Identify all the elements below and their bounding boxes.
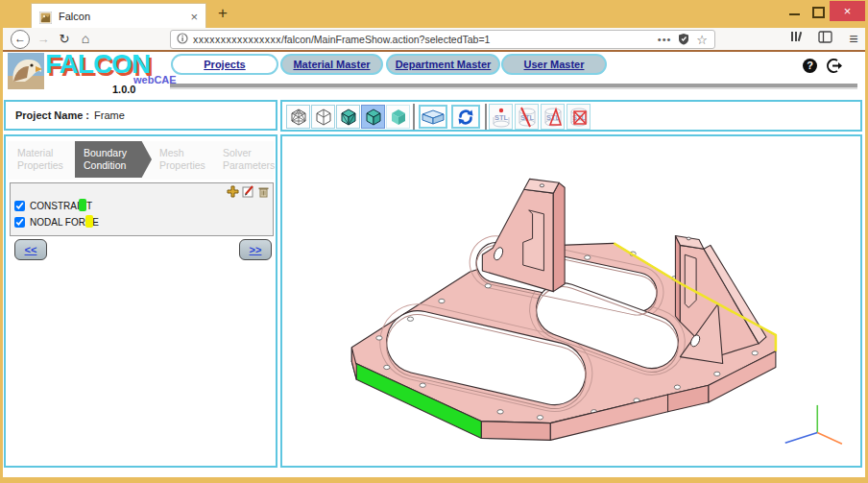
cad-model <box>282 136 860 466</box>
home-button[interactable]: ⌂ <box>78 28 93 50</box>
window-close-button[interactable]: × <box>830 1 865 21</box>
tab-boundary-condition[interactable]: Boundary Condition <box>75 141 152 178</box>
stl-option-2-button[interactable]: STL <box>515 104 539 130</box>
viewer-toolbar: STL STL STL STL <box>280 100 862 132</box>
list-item-constraint: CONSTRAINT <box>14 199 92 212</box>
tab-mesh-properties[interactable]: Mesh Properties <box>154 141 217 178</box>
window-minimize-button[interactable] <box>789 13 800 15</box>
model-viewport[interactable] <box>280 134 862 468</box>
sidebar-icon[interactable] <box>815 28 834 50</box>
constraint-checkbox[interactable] <box>14 201 25 211</box>
browser-tab[interactable]: Falcon × <box>31 3 206 29</box>
project-name-label: Project Name : <box>15 109 89 121</box>
stl-option-4-button[interactable]: STL <box>567 104 591 130</box>
axes-triad <box>785 405 842 444</box>
nodal-force-checkbox[interactable] <box>14 217 25 228</box>
site-info-icon[interactable] <box>177 33 188 46</box>
bookmark-star-icon[interactable]: ☆ <box>696 33 708 47</box>
refresh-view-button[interactable] <box>451 105 480 129</box>
view-shaded-button[interactable] <box>361 105 385 129</box>
window-maximize-button[interactable] <box>812 7 825 18</box>
tab-solver-parameters[interactable]: Solver Parameters <box>217 141 278 178</box>
nav-user-master-button[interactable]: User Master <box>501 54 607 75</box>
reload-button[interactable]: ↻ <box>57 28 72 50</box>
url-bar[interactable]: xxxxxxxxxxxxxxxx/falcon/MainFrameShow.ac… <box>170 30 715 49</box>
url-path: /falcon/MainFrameShow.action?selectedTab… <box>281 34 490 45</box>
list-item-nodal-force: NODAL FORCE <box>14 215 99 229</box>
edit-icon[interactable] <box>242 184 254 202</box>
app-version: 1.0.0 <box>112 84 135 95</box>
browser-window: Falcon × + × ← → ↻ ⌂ xxxxxxxxxxxxxxxx/fa… <box>0 0 868 483</box>
forward-button[interactable]: → <box>36 28 51 50</box>
nav-projects-button[interactable]: Projects <box>171 54 278 75</box>
browser-titlebar: Falcon × + × <box>3 0 865 28</box>
back-button[interactable]: ← <box>11 30 30 49</box>
stl-option-1-button[interactable]: STL <box>489 104 513 130</box>
tab-close-icon[interactable]: × <box>190 10 198 24</box>
help-button[interactable]: ? <box>803 59 817 73</box>
previous-step-button[interactable]: << <box>14 239 47 260</box>
next-step-button[interactable]: >> <box>239 239 272 260</box>
boundary-condition-list: CONSTRAINT NODAL FORCE <box>10 182 274 236</box>
view-shaded-edges-button[interactable] <box>336 105 360 129</box>
falcon-favicon-icon <box>39 11 52 23</box>
view-smooth-button[interactable] <box>386 105 410 129</box>
browser-toolbar: ← → ↻ ⌂ xxxxxxxxxxxxxxxx/falcon/MainFram… <box>3 28 865 51</box>
page-actions-icon[interactable]: ••• <box>658 34 672 45</box>
add-icon[interactable] <box>227 184 239 202</box>
tab-title: Falcon <box>59 11 190 22</box>
stl-option-3-button[interactable]: STL <box>541 104 565 130</box>
tab-material-properties[interactable]: Material Properties <box>12 141 75 178</box>
nodal-force-color-swatch <box>85 215 93 228</box>
left-gusset <box>482 179 565 291</box>
url-host: xxxxxxxxxxxxxxxx <box>193 34 281 45</box>
falcon-logo-image <box>8 53 44 89</box>
boundary-condition-panel: Material Properties Boundary Condition M… <box>4 134 277 468</box>
svg-text:STL: STL <box>494 113 508 122</box>
project-name-box: Project Name : Frame <box>4 100 277 131</box>
new-tab-button[interactable]: + <box>212 2 233 25</box>
protection-shield-icon[interactable] <box>678 33 689 47</box>
library-icon[interactable] <box>788 28 808 50</box>
fit-view-button[interactable] <box>419 105 447 129</box>
view-wire-mesh-button[interactable] <box>286 105 310 129</box>
logout-icon[interactable] <box>826 58 843 74</box>
right-gusset <box>675 235 766 363</box>
constraint-color-swatch <box>79 199 86 211</box>
delete-icon[interactable] <box>257 184 270 202</box>
nav-department-master-button[interactable]: Department Master <box>386 54 500 75</box>
wizard-tabs: Material Properties Boundary Condition M… <box>8 141 274 180</box>
project-name-value: Frame <box>94 109 125 121</box>
view-wireframe-button[interactable] <box>311 105 335 129</box>
menu-hamburger-icon[interactable]: ≡ <box>844 28 863 50</box>
nav-material-master-button[interactable]: Material Master <box>280 54 383 75</box>
header-divider <box>170 84 857 89</box>
